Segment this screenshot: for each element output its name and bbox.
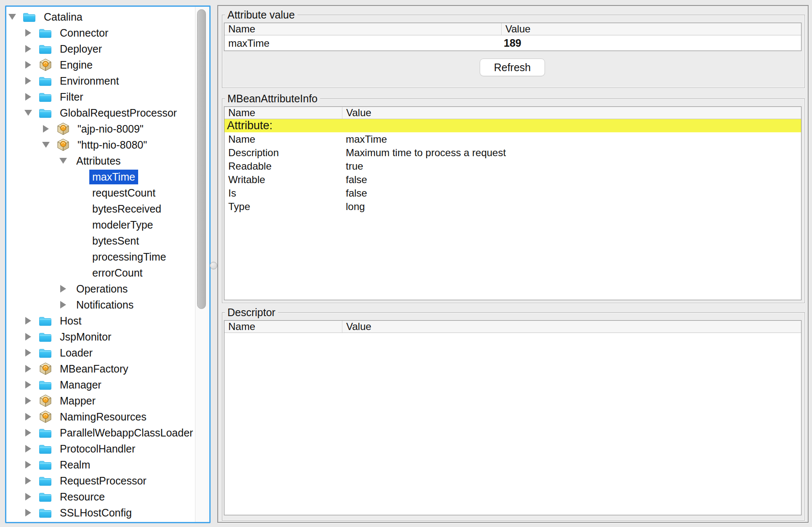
- table-row[interactable]: NamemaxTime: [224, 133, 801, 146]
- tree-item-jspmonitor[interactable]: JspMonitor: [6, 329, 195, 345]
- tree-item-label[interactable]: Realm: [57, 458, 93, 472]
- tree-expander-collapsed-icon[interactable]: [23, 61, 33, 69]
- tree-expander-expanded-icon[interactable]: [41, 142, 51, 148]
- table-row[interactable]: Writablefalse: [224, 173, 801, 186]
- tree-item-resource[interactable]: Resource: [6, 489, 195, 505]
- highlighted-row-value-cell[interactable]: [342, 119, 801, 132]
- table-row[interactable]: Isfalse: [224, 186, 801, 200]
- column-header-name[interactable]: Name: [224, 107, 342, 119]
- tree-item-label[interactable]: processingTime: [89, 250, 169, 264]
- tree-expander-collapsed-icon[interactable]: [23, 381, 33, 389]
- tree-item-manager[interactable]: Manager: [6, 377, 195, 393]
- tree-scrollbar[interactable]: [195, 7, 208, 522]
- tree-item-realm[interactable]: Realm: [6, 457, 195, 473]
- tree-item-label[interactable]: bytesSent: [89, 234, 142, 248]
- refresh-button[interactable]: Refresh: [480, 59, 545, 76]
- tree-item-label[interactable]: Catalina: [41, 10, 85, 24]
- attribute-value-cell[interactable]: 189: [502, 35, 801, 51]
- tree-item-filter[interactable]: Filter: [6, 89, 195, 105]
- tree-item-label[interactable]: Attributes: [73, 154, 124, 168]
- tree-item-label[interactable]: NamingResources: [57, 410, 150, 424]
- tree-expander-collapsed-icon[interactable]: [23, 93, 33, 101]
- tree-item-deployer[interactable]: Deployer: [6, 41, 195, 57]
- name-cell[interactable]: Name: [224, 133, 342, 146]
- name-cell[interactable]: Description: [224, 146, 342, 160]
- tree-item-notifications[interactable]: Notifications: [6, 297, 195, 313]
- tree-item-mapper[interactable]: Mapper: [6, 393, 195, 409]
- tree-expander-collapsed-icon[interactable]: [23, 77, 33, 85]
- tree-item-label[interactable]: Notifications: [73, 298, 136, 312]
- tree-item-environment[interactable]: Environment: [6, 73, 195, 89]
- tree-item-attributes[interactable]: Attributes: [6, 153, 195, 169]
- tree-item-label[interactable]: Host: [57, 314, 84, 328]
- tree-item-globalrequestprocessor[interactable]: GlobalRequestProcessor: [6, 105, 195, 121]
- tree-item-errorcount[interactable]: errorCount: [6, 265, 195, 281]
- tree-item-label[interactable]: Engine: [57, 58, 96, 72]
- table-row[interactable]: maxTime 189: [224, 35, 801, 51]
- tree-item-label[interactable]: MBeanFactory: [57, 362, 131, 376]
- tree-expander-collapsed-icon[interactable]: [23, 349, 33, 357]
- name-cell[interactable]: Is: [224, 186, 342, 200]
- value-cell[interactable]: true: [342, 160, 801, 173]
- tree-item-label[interactable]: Filter: [57, 90, 86, 104]
- name-cell[interactable]: Type: [224, 200, 342, 213]
- tree-item-engine[interactable]: Engine: [6, 57, 195, 73]
- splitpane-divider-knob[interactable]: [210, 262, 217, 269]
- value-cell[interactable]: false: [342, 173, 801, 186]
- column-header-value[interactable]: Value: [502, 23, 801, 35]
- tree-expander-collapsed-icon[interactable]: [23, 445, 33, 452]
- tree-item-mbeanfactory[interactable]: MBeanFactory: [6, 361, 195, 377]
- highlighted-row-name-cell[interactable]: Attribute:: [224, 119, 342, 132]
- tree-item-label[interactable]: bytesReceived: [89, 202, 164, 216]
- tree-item-requestprocessor[interactable]: RequestProcessor: [6, 473, 195, 489]
- tree-item-catalina[interactable]: Catalina: [6, 9, 195, 25]
- tree-expander-collapsed-icon[interactable]: [41, 125, 51, 133]
- tree-item-label[interactable]: modelerType: [89, 218, 156, 232]
- table-row[interactable]: Typelong: [224, 200, 801, 213]
- tree-expander-collapsed-icon[interactable]: [23, 397, 33, 405]
- tree-item-label[interactable]: Manager: [57, 378, 104, 392]
- tree-expander-collapsed-icon[interactable]: [23, 333, 33, 341]
- tree-item-label[interactable]: ParallelWebappClassLoader: [57, 426, 196, 440]
- tree-item-operations[interactable]: Operations: [6, 281, 195, 297]
- tree-expander-collapsed-icon[interactable]: [23, 477, 33, 484]
- tree-expander-expanded-icon[interactable]: [23, 110, 33, 116]
- value-cell[interactable]: long: [342, 200, 801, 213]
- tree-item-label[interactable]: ProtocolHandler: [57, 442, 138, 456]
- tree-item-label[interactable]: requestCount: [89, 186, 158, 200]
- tree-item-ajp-nio-8009[interactable]: "ajp-nio-8009": [6, 121, 195, 137]
- tree-expander-collapsed-icon[interactable]: [23, 365, 33, 373]
- tree-item-http-nio-8080[interactable]: "http-nio-8080": [6, 137, 195, 153]
- value-cell[interactable]: Maximum time to process a request: [342, 146, 801, 160]
- tree-item-loader[interactable]: Loader: [6, 345, 195, 361]
- tree-item-label[interactable]: "ajp-nio-8009": [75, 122, 147, 136]
- table-row[interactable]: Readabletrue: [224, 160, 801, 173]
- tree-item-bytessent[interactable]: bytesSent: [6, 233, 195, 249]
- tree-item-label[interactable]: Loader: [57, 346, 96, 360]
- tree-item-host[interactable]: Host: [6, 313, 195, 329]
- tree-expander-collapsed-icon[interactable]: [23, 493, 33, 500]
- tree-item-sslhostconfig[interactable]: SSLHostConfig: [6, 505, 195, 521]
- tree-item-label[interactable]: Environment: [57, 74, 122, 88]
- tree-item-bytesreceived[interactable]: bytesReceived: [6, 201, 195, 217]
- tree-expander-collapsed-icon[interactable]: [23, 461, 33, 468]
- tree-item-label[interactable]: Mapper: [57, 394, 99, 408]
- tree-item-processingtime[interactable]: processingTime: [6, 249, 195, 265]
- name-cell[interactable]: Writable: [224, 173, 342, 186]
- tree-item-label[interactable]: Deployer: [57, 42, 105, 56]
- table-row[interactable]: DescriptionMaximum time to process a req…: [224, 146, 801, 160]
- tree-expander-collapsed-icon[interactable]: [23, 29, 33, 37]
- value-cell[interactable]: false: [342, 186, 801, 200]
- tree-item-label[interactable]: errorCount: [89, 266, 146, 280]
- tree-expander-expanded-icon[interactable]: [7, 14, 17, 20]
- column-header-value[interactable]: Value: [342, 321, 801, 333]
- tree-item-connector[interactable]: Connector: [6, 25, 195, 41]
- tree-expander-collapsed-icon[interactable]: [58, 301, 68, 309]
- tree-expander-collapsed-icon[interactable]: [23, 317, 33, 325]
- tree-item-label[interactable]: Operations: [73, 282, 131, 296]
- tree-item-label[interactable]: RequestProcessor: [57, 474, 150, 488]
- tree-item-parallelwebappclassloader[interactable]: ParallelWebappClassLoader: [6, 425, 195, 441]
- tree-expander-collapsed-icon[interactable]: [23, 45, 33, 53]
- column-header-name[interactable]: Name: [224, 321, 342, 333]
- column-header-value[interactable]: Value: [342, 107, 801, 119]
